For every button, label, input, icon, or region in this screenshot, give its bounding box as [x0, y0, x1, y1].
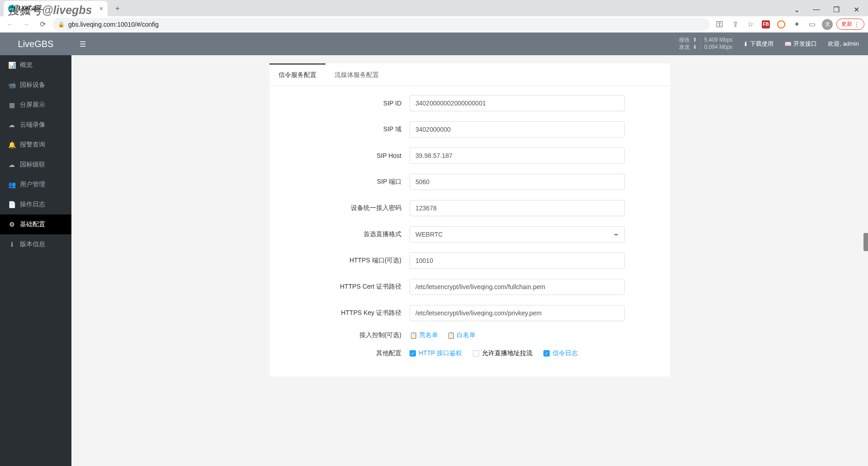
- lock-icon: 🔒: [58, 21, 65, 28]
- sidebar-item-1[interactable]: 📹国标设备: [0, 75, 71, 95]
- browser-chrome: ◉ LiveGBS × + ⌄ — ❐ ✕ ← → ⟳ 🔒 gbs.liveqi…: [0, 0, 868, 33]
- api-link[interactable]: 📖开发接口: [784, 40, 817, 48]
- sidebar-icon: 📄: [8, 201, 15, 208]
- checkbox-icon: [473, 350, 479, 357]
- extensions-icon[interactable]: ✦: [790, 18, 803, 31]
- app-header: LiveGBS ☰ 接收⬆:5.409 Mbps 发送⬇:0.094 Mbps …: [0, 33, 868, 55]
- reload-button[interactable]: ⟳: [36, 18, 49, 31]
- sidebar-item-0[interactable]: 📊概览: [0, 55, 71, 75]
- sidebar-icon: ℹ: [8, 241, 15, 248]
- user-welcome[interactable]: 欢迎, admin: [828, 40, 859, 48]
- sidebar-item-6[interactable]: 👥用户管理: [0, 175, 71, 195]
- main-content: 信令服务配置流媒体服务配置 SIP ID SIP 域 SIP Host SIP …: [71, 55, 868, 466]
- http-auth-checkbox[interactable]: ✓HTTP 接口鉴权: [410, 349, 462, 357]
- sidebar-icon: ☁: [8, 161, 15, 168]
- config-tab-1[interactable]: 流媒体服务配置: [326, 63, 388, 86]
- sidebar-item-label: 概览: [20, 61, 33, 69]
- https-port-input[interactable]: [410, 252, 625, 269]
- sip-id-label: SIP ID: [283, 100, 410, 107]
- sip-port-label: SIP 端口: [283, 178, 410, 186]
- sidebar-icon: 🔔: [8, 141, 15, 148]
- back-button[interactable]: ←: [4, 18, 16, 31]
- sidebar-item-label: 操作日志: [20, 200, 45, 209]
- sip-id-input[interactable]: [410, 95, 625, 111]
- sip-port-input[interactable]: [410, 174, 625, 190]
- sidebar-item-label: 报警查询: [20, 141, 45, 149]
- extension-fb-icon[interactable]: FB: [760, 18, 772, 31]
- star-icon[interactable]: ☆: [744, 18, 757, 31]
- sidebar-item-7[interactable]: 📄操作日志: [0, 195, 71, 214]
- profile-avatar[interactable]: 龙: [821, 18, 834, 31]
- reader-icon[interactable]: ▭: [806, 18, 818, 31]
- other-config-label: 其他配置: [283, 349, 410, 357]
- sidebar-icon: 📹: [8, 81, 15, 89]
- live-format-select[interactable]: WEBRTC: [410, 226, 625, 243]
- config-tabs: 信令服务配置流媒体服务配置: [269, 63, 670, 86]
- key-icon[interactable]: ⚿: [713, 18, 726, 31]
- access-control-label: 接入控制(可选): [283, 331, 410, 339]
- window-controls: ⌄ — ❐ ✕: [787, 3, 868, 16]
- sip-host-input[interactable]: [410, 147, 625, 164]
- upload-icon: ⬆: [693, 37, 697, 44]
- https-key-input[interactable]: [410, 305, 625, 321]
- tab-title: LiveGBS: [19, 5, 40, 12]
- sidebar-item-8[interactable]: ⚙基础配置: [0, 214, 71, 234]
- sidebar-item-label: 基础配置: [20, 220, 45, 228]
- sidebar-icon: ▦: [8, 101, 15, 109]
- close-window-icon[interactable]: ✕: [846, 3, 866, 16]
- download-link[interactable]: ⬇下载使用: [743, 40, 774, 48]
- url-input[interactable]: 🔒 gbs.liveqing.com:10010/#/config: [52, 18, 710, 31]
- book-icon: 📖: [784, 41, 792, 48]
- maximize-icon[interactable]: ❐: [826, 3, 846, 16]
- device-pwd-label: 设备统一接入密码: [283, 204, 410, 212]
- forward-button[interactable]: →: [20, 18, 33, 31]
- sidebar: 📊概览📹国标设备▦分屏展示☁云端录像🔔报警查询☁国标级联👥用户管理📄操作日志⚙基…: [0, 55, 71, 466]
- sidebar-item-label: 国标级联: [20, 161, 45, 169]
- sidebar-item-label: 版本信息: [20, 240, 45, 248]
- new-tab-button[interactable]: +: [111, 2, 124, 15]
- network-stats: 接收⬆:5.409 Mbps 发送⬇:0.094 Mbps: [679, 37, 732, 51]
- share-icon[interactable]: ⇪: [729, 18, 741, 31]
- config-tab-0[interactable]: 信令服务配置: [269, 63, 326, 86]
- sidebar-icon: 📊: [8, 62, 15, 69]
- tab-close-icon[interactable]: ×: [99, 5, 103, 12]
- blacklist-link[interactable]: 📋黑名单: [410, 331, 438, 339]
- minimize-icon[interactable]: —: [807, 3, 826, 16]
- sidebar-item-label: 国标设备: [20, 81, 45, 89]
- sidebar-icon: ⚙: [8, 221, 15, 228]
- calendar-icon: 📋: [447, 332, 455, 339]
- sip-host-label: SIP Host: [283, 152, 410, 159]
- side-handle[interactable]: [863, 233, 868, 251]
- extension-orange-icon[interactable]: [775, 18, 788, 31]
- app-logo[interactable]: LiveGBS: [0, 39, 71, 49]
- tab-bar: ◉ LiveGBS × + ⌄ — ❐ ✕: [0, 0, 868, 16]
- config-panel: 信令服务配置流媒体服务配置 SIP ID SIP 域 SIP Host SIP …: [269, 63, 670, 376]
- sidebar-item-2[interactable]: ▦分屏展示: [0, 95, 71, 115]
- signal-log-checkbox[interactable]: ✓信令日志: [543, 349, 578, 357]
- checkbox-checked-icon: ✓: [410, 350, 416, 357]
- sidebar-item-9[interactable]: ℹ版本信息: [0, 234, 71, 254]
- download-icon: ⬇: [743, 41, 748, 48]
- https-cert-input[interactable]: [410, 279, 625, 295]
- tab-favicon: ◉: [8, 5, 15, 12]
- device-pwd-input[interactable]: [410, 200, 625, 216]
- browser-tab[interactable]: ◉ LiveGBS ×: [4, 1, 108, 16]
- sidebar-item-4[interactable]: 🔔报警查询: [0, 135, 71, 155]
- https-key-label: HTTPS Key 证书路径: [283, 309, 410, 317]
- sidebar-toggle-icon[interactable]: ☰: [71, 40, 94, 48]
- update-button[interactable]: 更新 ⋮: [836, 19, 864, 30]
- sidebar-item-5[interactable]: ☁国标级联: [0, 155, 71, 175]
- allow-stream-checkbox[interactable]: 允许直播地址拉流: [473, 349, 533, 357]
- sidebar-icon: 👥: [8, 181, 15, 188]
- calendar-icon: 📋: [410, 332, 417, 339]
- sip-domain-input[interactable]: [410, 121, 625, 138]
- sidebar-item-label: 分屏展示: [20, 101, 45, 109]
- sidebar-item-3[interactable]: ☁云端录像: [0, 115, 71, 135]
- whitelist-link[interactable]: 📋白名单: [447, 331, 476, 339]
- https-port-label: HTTPS 端口(可选): [283, 257, 410, 265]
- config-form: SIP ID SIP 域 SIP Host SIP 端口 设备统一接入密码: [269, 86, 670, 376]
- sidebar-item-label: 用户管理: [20, 181, 45, 189]
- sip-domain-label: SIP 域: [283, 125, 410, 133]
- chevron-down-icon[interactable]: ⌄: [787, 3, 807, 16]
- sidebar-item-label: 云端录像: [20, 121, 45, 129]
